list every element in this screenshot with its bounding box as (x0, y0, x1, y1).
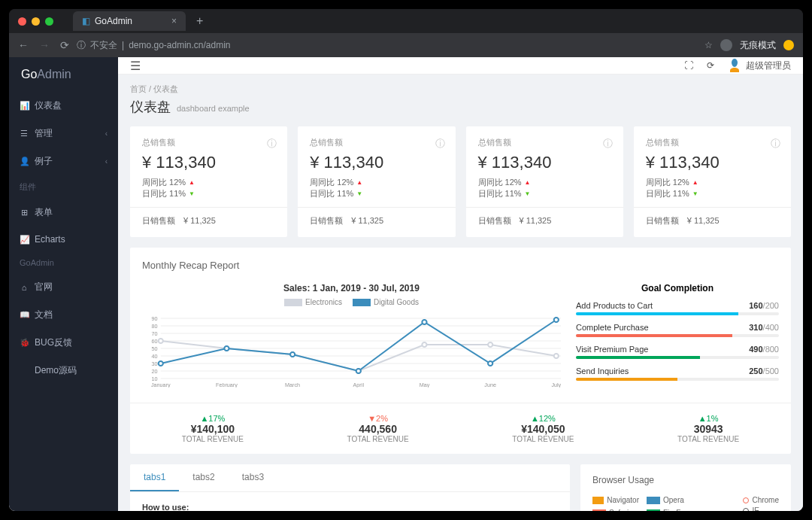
stat-card-2: 总销售额ⓘ¥ 113,340周同比 12% ▲日同比 11% ▼日销售额 ¥ 1… (466, 126, 623, 237)
report-panel: Monthly Recap Report Sales: 1 Jan, 2019 … (130, 248, 791, 454)
sidebar-item-c3[interactable]: Demo源码 (9, 357, 118, 385)
breadcrumb-current: 仪表盘 (153, 84, 178, 93)
legend-Opera: Opera (647, 496, 693, 504)
logo[interactable]: GoAdmin (9, 57, 118, 92)
tab-favicon-icon: ◧ (82, 16, 90, 26)
kpi-0: ▲17%¥140,100TOTAL REVENUE (130, 414, 295, 443)
svg-text:March: March (285, 382, 300, 388)
goal-row-3: Send Inquiries250/500 (576, 366, 779, 381)
new-tab-button[interactable]: + (196, 14, 203, 28)
svg-point-31 (554, 354, 559, 358)
user-name: 超级管理员 (746, 59, 791, 72)
browser-usage-panel: Browser Usage NavigatorOperaSafariFireFo… (580, 464, 791, 511)
legend-Navigator: Navigator (592, 496, 639, 504)
tab-tabs3[interactable]: tabs3 (229, 464, 277, 491)
url-input[interactable]: ⓘ 不安全 | demo.go-admin.cn/admin (77, 39, 697, 52)
page-title: 仪表盘 dashboard example (130, 98, 791, 116)
sidebar-header-goadmin: GoAdmin (9, 252, 118, 273)
refresh-icon[interactable]: ⟳ (707, 60, 714, 71)
sidebar-toggle-icon[interactable]: ☰ (130, 59, 141, 73)
info-icon[interactable]: ⓘ (771, 137, 780, 151)
sidebar-item-a1[interactable]: ☰管理‹ (9, 120, 118, 147)
stat-card-3: 总销售额ⓘ¥ 113,340周同比 12% ▲日同比 11% ▼日销售额 ¥ 1… (634, 126, 791, 237)
svg-point-37 (488, 361, 492, 366)
sidebar-item-a0[interactable]: 📊仪表盘 (9, 92, 118, 120)
topbar: ☰ ⛶ ⟳ 超级管理员 (118, 57, 803, 75)
legend-FireFox: FireFox (647, 509, 693, 511)
sidebar-icon: 📖 (20, 310, 29, 320)
svg-text:February: February (216, 382, 238, 388)
window-title-bar: ◧ GoAdmin × + (9, 9, 803, 33)
breadcrumb-home[interactable]: 首页 (130, 84, 147, 93)
reload-button[interactable]: ⟳ (60, 39, 69, 51)
line-chart: 102030405060708090JanuaryFebruaryMarchAp… (142, 312, 561, 388)
sidebar: GoAdmin 📊仪表盘☰管理‹👤例子‹ 组件 ⊞表单📈Echarts GoAd… (9, 57, 118, 511)
chevron-left-icon: ‹ (105, 129, 108, 138)
sidebar-item-a2[interactable]: 👤例子‹ (9, 147, 118, 175)
sidebar-icon: ☰ (20, 129, 29, 138)
sidebar-item-c2[interactable]: 🐞BUG反馈 (9, 329, 118, 357)
user-avatar-icon (728, 57, 741, 74)
howto-title: How to use: (142, 503, 189, 511)
sidebar-item-b0[interactable]: ⊞表单 (9, 199, 118, 227)
tab-tabs2[interactable]: tabs2 (179, 464, 228, 491)
legend-Safari: Safari (592, 509, 639, 511)
browser-tab[interactable]: ◧ GoAdmin × (73, 11, 186, 31)
svg-text:January: January (151, 382, 171, 388)
svg-point-34 (290, 352, 295, 357)
kpi-3: ▲1%30943TOTAL REVENUE (626, 414, 791, 443)
profile-icon[interactable] (783, 40, 794, 50)
sidebar-header-components: 组件 (9, 175, 118, 199)
info-icon[interactable]: ⓘ (435, 137, 445, 151)
window-maximize-button[interactable] (45, 17, 53, 26)
sidebar-item-b1[interactable]: 📈Echarts (9, 227, 118, 252)
bookmark-icon[interactable]: ☆ (704, 40, 713, 50)
incognito-icon (720, 39, 732, 51)
fullscreen-icon[interactable]: ⛶ (684, 60, 693, 71)
svg-text:90: 90 (152, 316, 158, 322)
stat-card-0: 总销售额ⓘ¥ 113,340周同比 12% ▲日同比 11% ▼日销售额 ¥ 1… (130, 126, 287, 237)
info-icon: ⓘ (77, 39, 86, 52)
kpi-1: ▼2%440,560TOTAL REVENUE (295, 414, 461, 443)
svg-point-35 (356, 369, 361, 373)
goal-row-0: Add Products to Cart160/200 (576, 301, 779, 315)
info-icon[interactable]: ⓘ (267, 137, 277, 151)
chart-legend: Electronics Digital Goods (142, 298, 561, 306)
tabs-panel: tabs1tabs2tabs3 How to use: Exactly like… (130, 464, 570, 511)
svg-text:July: July (551, 382, 561, 388)
tab-close-icon[interactable]: × (171, 16, 177, 26)
goals-title: Goal Completion (576, 283, 779, 293)
sidebar-icon: 📊 (20, 101, 29, 111)
security-label: 不安全 (90, 39, 117, 52)
svg-point-32 (159, 361, 163, 366)
forward-button[interactable]: → (39, 39, 50, 51)
sidebar-item-c0[interactable]: ⌂官网 (9, 273, 118, 301)
legend-swatch-electronics (284, 299, 302, 306)
sidebar-item-c1[interactable]: 📖文档 (9, 301, 118, 329)
breadcrumb: 首页 / 仪表盘 (130, 84, 791, 95)
chevron-left-icon: ‹ (105, 157, 108, 166)
svg-text:10: 10 (152, 376, 158, 382)
browser-list-IE: IE (743, 506, 779, 511)
url-text: demo.go-admin.cn/admin (129, 40, 230, 50)
address-bar: ← → ⟳ ⓘ 不安全 | demo.go-admin.cn/admin ☆ 无… (9, 33, 803, 57)
svg-text:May: May (420, 382, 430, 388)
svg-text:30: 30 (152, 361, 158, 367)
info-icon[interactable]: ⓘ (603, 137, 613, 151)
user-menu[interactable]: 超级管理员 (728, 57, 791, 74)
kpi-2: ▲12%¥140,050TOTAL REVENUE (461, 414, 626, 443)
back-button[interactable]: ← (18, 39, 29, 51)
svg-point-36 (422, 320, 426, 324)
svg-point-30 (488, 342, 492, 347)
tab-title: GoAdmin (95, 16, 132, 26)
window-close-button[interactable] (18, 17, 26, 26)
svg-point-33 (224, 346, 229, 351)
report-title: Monthly Recap Report (142, 260, 779, 271)
svg-point-29 (422, 342, 426, 347)
chart-title: Sales: 1 Jan, 2019 - 30 Jul, 2019 (142, 283, 561, 293)
window-minimize-button[interactable] (32, 17, 40, 26)
browser-list-Chrome: Chrome (743, 496, 779, 504)
tab-tabs1[interactable]: tabs1 (130, 464, 179, 491)
sidebar-icon: 👤 (20, 157, 29, 166)
stat-card-1: 总销售额ⓘ¥ 113,340周同比 12% ▲日同比 11% ▼日销售额 ¥ 1… (298, 126, 455, 237)
